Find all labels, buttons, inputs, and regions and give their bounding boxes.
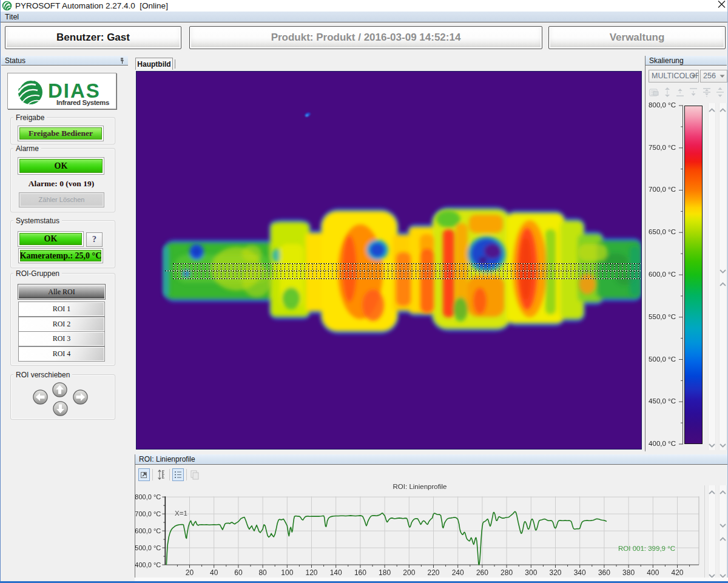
svg-text:ROI 001: 399,9 °C: ROI 001: 399,9 °C (618, 545, 675, 552)
svg-text:400: 400 (647, 568, 659, 577)
svg-text:120: 120 (305, 568, 317, 577)
svg-text:X=1: X=1 (175, 510, 187, 517)
svg-text:180: 180 (379, 568, 391, 577)
svg-text:500,0 °C: 500,0 °C (135, 544, 161, 551)
svg-text:280: 280 (500, 568, 513, 577)
svg-text:420: 420 (671, 568, 683, 577)
svg-text:260: 260 (476, 568, 488, 577)
svg-text:800,0 °C: 800,0 °C (135, 493, 161, 500)
svg-text:380: 380 (622, 568, 635, 577)
svg-text:700,0 °C: 700,0 °C (135, 510, 161, 517)
svg-text:60: 60 (234, 568, 243, 577)
svg-text:100: 100 (281, 568, 293, 577)
svg-text:20: 20 (186, 568, 194, 577)
svg-text:160: 160 (354, 568, 366, 577)
svg-text:80: 80 (258, 568, 267, 577)
svg-text:220: 220 (427, 568, 439, 577)
svg-text:200: 200 (403, 568, 415, 577)
svg-text:240: 240 (452, 568, 464, 577)
svg-text:140: 140 (330, 568, 342, 577)
svg-text:40: 40 (210, 568, 218, 577)
svg-text:320: 320 (549, 568, 561, 577)
svg-text:360: 360 (598, 568, 610, 577)
svg-text:340: 340 (574, 568, 586, 577)
svg-text:400,0 °C: 400,0 °C (135, 561, 161, 568)
svg-text:300: 300 (525, 568, 537, 577)
svg-text:600,0 °C: 600,0 °C (135, 527, 161, 534)
